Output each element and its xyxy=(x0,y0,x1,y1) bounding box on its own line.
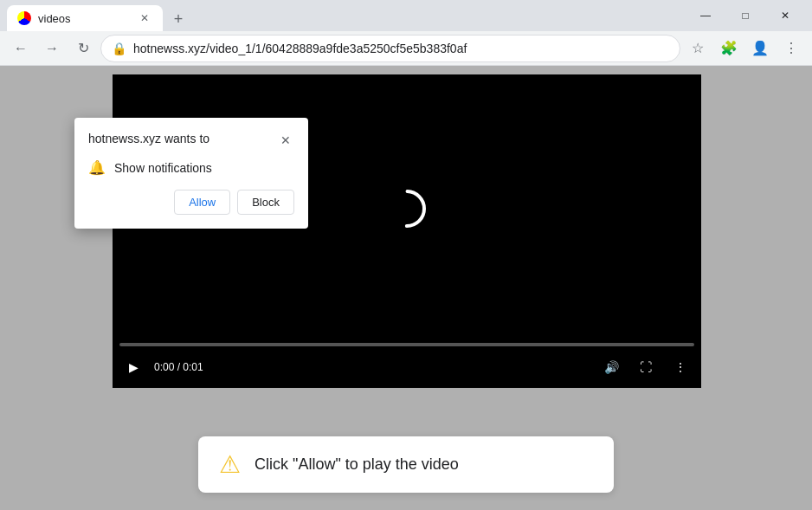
new-tab-button[interactable]: + xyxy=(166,7,190,31)
browser-window: videos ✕ + — □ ✕ ← → ↻ 🔒 hotnewss.xyz/vi… xyxy=(0,0,812,510)
tab-bar: videos ✕ + xyxy=(7,0,686,31)
progress-bar[interactable] xyxy=(119,343,694,346)
svg-point-0 xyxy=(390,191,424,226)
bookmark-button[interactable]: ☆ xyxy=(684,35,712,62)
loading-spinner xyxy=(386,188,428,229)
minimize-button[interactable]: — xyxy=(686,2,725,29)
allow-button[interactable]: Allow xyxy=(174,190,230,215)
address-bar[interactable]: 🔒 hotnewss.xyz/video_1/1/60428889a9fde3a… xyxy=(100,35,680,62)
warning-icon: ⚠ xyxy=(219,450,241,479)
play-button[interactable]: ▶ xyxy=(119,353,147,381)
notification-popup: hotnewss.xyz wants to ✕ 🔔 Show notificat… xyxy=(74,118,308,229)
popup-actions: Allow Block xyxy=(88,190,294,215)
title-bar: videos ✕ + — □ ✕ xyxy=(0,0,812,31)
toolbar-right: ☆ 🧩 👤 ⋮ xyxy=(684,35,805,62)
popup-site-text: hotnewss.xyz wants to xyxy=(88,132,209,145)
play-banner: ⚠ Click "Allow" to play the video xyxy=(198,436,614,493)
video-controls: ▶ 0:00 / 0:01 🔊 ⛶ ⋮ xyxy=(113,343,701,388)
toolbar: ← → ↻ 🔒 hotnewss.xyz/video_1/1/60428889a… xyxy=(0,31,812,66)
tab-title: videos xyxy=(38,12,130,25)
forward-button[interactable]: → xyxy=(38,35,66,62)
tab-favicon xyxy=(17,11,31,25)
active-tab[interactable]: videos ✕ xyxy=(7,5,163,31)
tab-close-button[interactable]: ✕ xyxy=(137,10,152,26)
more-options-button[interactable]: ⋮ xyxy=(667,353,694,381)
popup-header: hotnewss.xyz wants to ✕ xyxy=(88,132,294,149)
popup-close-button[interactable]: ✕ xyxy=(277,132,294,149)
extensions-button[interactable]: 🧩 xyxy=(715,35,743,62)
url-text: hotnewss.xyz/video_1/1/60428889a9fde3a52… xyxy=(133,42,669,55)
page-content: hotnewss.xyz wants to ✕ 🔔 Show notificat… xyxy=(0,66,812,510)
banner-text: Click "Allow" to play the video xyxy=(255,455,459,474)
maximize-button[interactable]: □ xyxy=(725,2,765,29)
notification-label: Show notifications xyxy=(114,161,212,175)
lock-icon: 🔒 xyxy=(112,42,126,55)
popup-notification-item: 🔔 Show notifications xyxy=(88,159,294,176)
menu-button[interactable]: ⋮ xyxy=(777,35,805,62)
volume-button[interactable]: 🔊 xyxy=(597,353,625,381)
controls-row: ▶ 0:00 / 0:01 🔊 ⛶ ⋮ xyxy=(119,353,694,381)
block-button[interactable]: Block xyxy=(237,190,294,215)
close-button[interactable]: ✕ xyxy=(765,2,805,29)
bell-icon: 🔔 xyxy=(88,159,106,176)
time-display: 0:00 / 0:01 xyxy=(154,361,203,373)
account-button[interactable]: 👤 xyxy=(746,35,774,62)
window-controls: — □ ✕ xyxy=(686,2,805,29)
fullscreen-button[interactable]: ⛶ xyxy=(632,353,660,381)
back-button[interactable]: ← xyxy=(7,35,35,62)
refresh-button[interactable]: ↻ xyxy=(69,35,97,62)
